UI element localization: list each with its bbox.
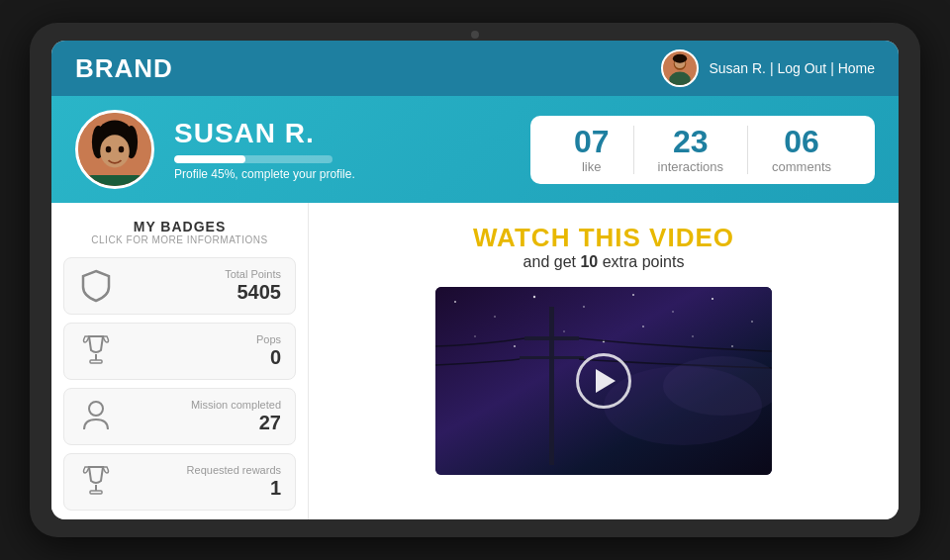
badge-info-mission: Mission completed 27 [126,399,281,434]
svg-rect-36 [520,356,584,359]
stat-interactions: 23 interactions [633,126,747,174]
profile-header: SUSAN R. Profile 45%, complete your prof… [51,96,899,203]
video-subtitle: and get 10 extra points [523,253,685,271]
badge-rewards-value: 1 [126,476,281,500]
badge-info-total-points: Total Points 5405 [126,268,281,304]
screen: BRAND Susan R. | Log Out | Home [51,41,899,519]
right-content: WATCH THIS VIDEO and get 10 extra points [309,203,899,519]
badge-rewards-label: Requested rewards [126,464,281,476]
sidebar-subtitle: CLICK FOR MORE INFORMATIONS [63,234,296,245]
svg-point-29 [563,330,565,332]
badge-info-pops: Pops 0 [126,333,281,369]
profile-progress-fill [174,155,245,163]
stats-box: 07 like 23 interactions 06 comments [530,116,875,184]
stat-likes: 07 like [550,126,633,174]
badge-info-rewards: Requested rewards 1 [126,464,281,500]
badge-item-total-points[interactable]: Total Points 5405 [63,257,296,315]
badge-mission-label: Mission completed [126,399,281,411]
badge-total-points-value: 5405 [126,280,281,304]
svg-point-10 [106,146,112,152]
svg-point-31 [642,326,644,327]
profile-avatar [75,110,154,189]
profile-name: SUSAN R. [174,118,511,149]
trophy2-icon [78,464,114,500]
sidebar-title: MY BADGES [63,219,296,234]
svg-point-19 [454,301,456,303]
svg-rect-17 [90,491,102,494]
svg-point-24 [672,311,674,313]
stat-comments-label: comments [772,159,831,174]
video-play-button[interactable] [576,353,631,409]
badge-item-mission[interactable]: Mission completed 27 [63,388,296,445]
svg-rect-12 [87,175,142,189]
svg-point-21 [533,296,535,298]
svg-point-20 [494,316,496,318]
badge-pops-label: Pops [126,333,281,345]
nav-user-text[interactable]: Susan R. | Log Out | Home [709,60,875,76]
main-content: MY BADGES CLICK FOR MORE INFORMATIONS To… [51,203,899,519]
profile-progress-text: Profile 45%, complete your profile. [174,167,511,181]
svg-rect-14 [90,360,102,363]
video-title: WATCH THIS VIDEO [473,223,734,253]
stat-comments: 06 comments [747,126,855,174]
profile-info: SUSAN R. Profile 45%, complete your prof… [174,118,511,181]
svg-point-28 [514,345,516,347]
person-icon [78,399,114,434]
nav-user: Susan R. | Log Out | Home [661,49,875,87]
video-player[interactable] [435,287,772,475]
badge-item-pops[interactable]: Pops 0 [63,323,296,380]
svg-point-11 [119,146,125,152]
stat-likes-number: 07 [574,126,610,157]
stat-interactions-number: 23 [658,126,723,157]
svg-point-26 [751,321,753,323]
badge-item-rewards[interactable]: Requested rewards 1 [63,453,296,511]
svg-point-27 [474,335,475,336]
svg-point-32 [692,335,693,336]
stat-interactions-label: interactions [658,159,723,174]
badge-mission-value: 27 [126,411,281,434]
svg-point-25 [712,298,713,300]
svg-rect-35 [524,336,579,340]
sidebar: MY BADGES CLICK FOR MORE INFORMATIONS To… [51,203,309,519]
brand-title: BRAND [75,53,173,84]
svg-point-22 [583,306,585,308]
badge-pops-value: 0 [126,345,281,369]
nav-avatar [661,49,699,87]
svg-point-2 [670,72,691,87]
svg-rect-34 [549,307,554,465]
badge-total-points-label: Total Points [126,268,281,280]
profile-progress-bar [174,155,332,163]
top-nav: BRAND Susan R. | Log Out | Home [51,41,899,96]
trophy-icon [78,333,114,369]
shield-icon [78,268,114,304]
svg-point-23 [632,294,634,296]
stat-likes-label: like [574,159,610,174]
svg-point-15 [89,402,103,416]
stat-comments-number: 06 [772,126,831,157]
svg-point-33 [731,345,733,347]
device-frame: BRAND Susan R. | Log Out | Home [30,23,920,537]
svg-point-4 [673,54,687,63]
